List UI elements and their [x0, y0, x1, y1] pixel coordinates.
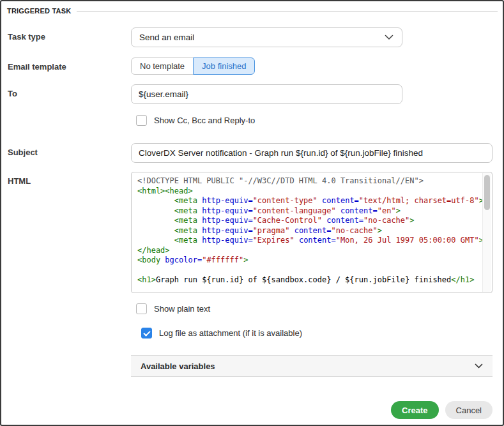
- chevron-down-icon: [385, 34, 393, 40]
- to-input[interactable]: [131, 84, 402, 104]
- to-label: To: [8, 84, 131, 98]
- log-attachment-checkbox[interactable]: [141, 328, 152, 339]
- editor-scrollbar-thumb[interactable]: [484, 175, 490, 210]
- html-row: HTML <!DOCTYPE HTML PUBLIC "-//W3C//DTD …: [8, 172, 493, 293]
- footer-actions: Create Cancel: [1, 377, 503, 419]
- task-type-label: Task type: [8, 27, 131, 42]
- html-label: HTML: [8, 172, 131, 186]
- available-variables-header[interactable]: Available variables: [131, 355, 493, 377]
- task-type-select[interactable]: Send an email: [131, 27, 402, 47]
- triggered-task-panel: TRIGGERED TASK Task type Send an email E…: [0, 0, 504, 426]
- chevron-down-icon: [475, 363, 483, 369]
- log-attachment-row: Log file as attachment (if it is availab…: [141, 328, 493, 339]
- editor-scrollbar[interactable]: [482, 173, 491, 292]
- subject-input[interactable]: [131, 143, 493, 163]
- available-variables-row: Available variables: [8, 355, 493, 377]
- show-cc-row: Show Cc, Bcc and Reply-to: [136, 115, 493, 126]
- email-template-toggle: No template Job finished: [131, 57, 255, 75]
- section-header: TRIGGERED TASK: [1, 1, 503, 15]
- section-divider: [77, 11, 498, 11]
- show-cc-label: Show Cc, Bcc and Reply-to: [154, 116, 255, 125]
- email-template-label: Email template: [8, 57, 131, 72]
- no-template-button[interactable]: No template: [131, 57, 194, 75]
- log-attachment-label: Log file as attachment (if it is availab…: [159, 328, 302, 338]
- available-variables-label: Available variables: [141, 361, 215, 371]
- html-code: <!DOCTYPE HTML PUBLIC "-//W3C//DTD HTML …: [137, 176, 478, 285]
- task-type-selected-value: Send an email: [139, 33, 194, 42]
- show-cc-checkbox[interactable]: [136, 115, 147, 126]
- email-template-row: Email template No template Job finished: [8, 57, 493, 75]
- section-title: TRIGGERED TASK: [7, 7, 71, 15]
- subject-label: Subject: [8, 143, 131, 157]
- show-plain-text-checkbox[interactable]: [136, 303, 147, 314]
- show-plain-text-label: Show plain text: [154, 304, 210, 314]
- html-code-editor[interactable]: <!DOCTYPE HTML PUBLIC "-//W3C//DTD HTML …: [131, 172, 493, 293]
- job-finished-button[interactable]: Job finished: [193, 57, 255, 75]
- to-row: To: [8, 84, 493, 104]
- subject-row: Subject: [8, 143, 493, 163]
- triggered-task-form: Task type Send an email Email template N…: [1, 27, 503, 377]
- task-type-row: Task type Send an email: [8, 27, 493, 47]
- show-plain-text-row: Show plain text: [136, 303, 493, 314]
- cancel-button[interactable]: Cancel: [445, 401, 493, 419]
- create-button[interactable]: Create: [391, 401, 438, 419]
